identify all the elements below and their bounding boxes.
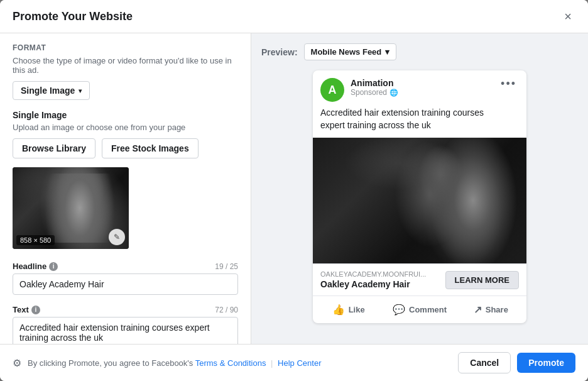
image-preview-container: 858 × 580 ✎ (13, 167, 129, 249)
headline-count: 19 / 25 (215, 262, 238, 271)
format-label: Format (13, 43, 238, 52)
headline-info-icon: i (49, 262, 58, 271)
gear-icon[interactable]: ⚙ (13, 357, 21, 369)
ad-sponsored: Sponsored 🌐 (351, 88, 492, 97)
modal-body: Format Choose the type of image or video… (0, 33, 588, 344)
like-icon: 👍 (332, 304, 345, 316)
ad-card-header: A Animation Sponsored 🌐 ••• (313, 70, 526, 107)
browse-library-button[interactable]: Browse Library (13, 138, 95, 158)
ad-card: A Animation Sponsored 🌐 ••• Accredited h… (313, 70, 526, 323)
ad-card-footer: OAKLEYACADEMY.MOONFRUI... Oakley Academy… (313, 263, 526, 323)
ad-more-button[interactable]: ••• (498, 78, 519, 89)
share-icon: ↗ (474, 304, 482, 316)
ad-url: OAKLEYACADEMY.MOONFRUI... (320, 270, 445, 278)
headline-label: Headline i (13, 262, 58, 271)
promote-website-modal: Promote Your Website × Format Choose the… (0, 0, 588, 381)
free-stock-images-button[interactable]: Free Stock Images (102, 138, 199, 158)
chevron-down-icon: ▾ (385, 47, 389, 57)
ad-url-info: OAKLEYACADEMY.MOONFRUI... Oakley Academy… (320, 270, 445, 289)
image-edit-button[interactable]: ✎ (109, 229, 125, 245)
text-count: 72 / 90 (215, 306, 238, 314)
help-center-link[interactable]: Help Center (278, 358, 321, 368)
ad-cta-title: Oakley Academy Hair (320, 279, 445, 289)
preview-dropdown[interactable]: Mobile News Feed ▾ (304, 43, 397, 60)
left-panel: Format Choose the type of image or video… (0, 33, 251, 344)
comment-button[interactable]: 💬 Comment (384, 299, 455, 321)
text-info-icon: i (31, 306, 40, 314)
single-image-label: Single Image (13, 110, 238, 120)
ad-text: Accredited hair extension training cours… (313, 107, 526, 138)
cancel-button[interactable]: Cancel (458, 352, 511, 373)
text-field-row: Text i 72 / 90 (13, 305, 238, 314)
preview-label: Preview: (261, 47, 298, 57)
ad-actions-row: 👍 Like 💬 Comment ↗ Share (313, 296, 526, 323)
text-textarea[interactable]: Accredited hair extension training cours… (13, 317, 238, 344)
close-button[interactable]: × (560, 9, 575, 24)
preview-dropdown-label: Mobile News Feed (311, 47, 382, 57)
headline-field-row: Headline i 19 / 25 (13, 262, 238, 271)
terms-conditions-link[interactable]: Terms & Conditions (195, 358, 266, 368)
avatar: A (320, 78, 344, 102)
chevron-down-icon: ▾ (79, 87, 82, 94)
ad-card-info: Animation Sponsored 🌐 (351, 78, 492, 97)
headline-input[interactable] (13, 273, 238, 295)
format-desc: Choose the type of image or video format… (13, 56, 238, 75)
footer-text: By clicking Promote, you agree to Facebo… (28, 358, 452, 368)
modal-title: Promote Your Website (13, 10, 133, 23)
upload-desc: Upload an image or choose one from your … (13, 123, 238, 132)
promote-button[interactable]: Promote (517, 353, 575, 373)
image-btn-row: Browse Library Free Stock Images (13, 138, 238, 158)
image-dimensions: 858 × 580 (16, 235, 55, 245)
ad-page-name: Animation (351, 78, 492, 88)
text-label: Text i (13, 305, 40, 314)
learn-more-button[interactable]: LEARN MORE (445, 271, 519, 289)
ad-image-bg (313, 138, 526, 263)
separator: | (271, 358, 273, 368)
format-dropdown[interactable]: Single Image ▾ (13, 81, 90, 100)
ad-image (313, 138, 526, 263)
comment-icon: 💬 (393, 304, 405, 316)
like-button[interactable]: 👍 Like (313, 299, 384, 321)
modal-header: Promote Your Website × (0, 0, 588, 33)
modal-footer: ⚙ By clicking Promote, you agree to Face… (0, 344, 588, 381)
right-panel: Preview: Mobile News Feed ▾ A Animation … (251, 33, 588, 344)
format-dropdown-label: Single Image (21, 86, 75, 96)
edit-icon: ✎ (114, 233, 120, 241)
preview-header: Preview: Mobile News Feed ▾ (261, 43, 396, 60)
ad-cta-row: OAKLEYACADEMY.MOONFRUI... Oakley Academy… (313, 264, 526, 296)
share-button[interactable]: ↗ Share (455, 299, 526, 321)
globe-icon: 🌐 (389, 89, 398, 97)
